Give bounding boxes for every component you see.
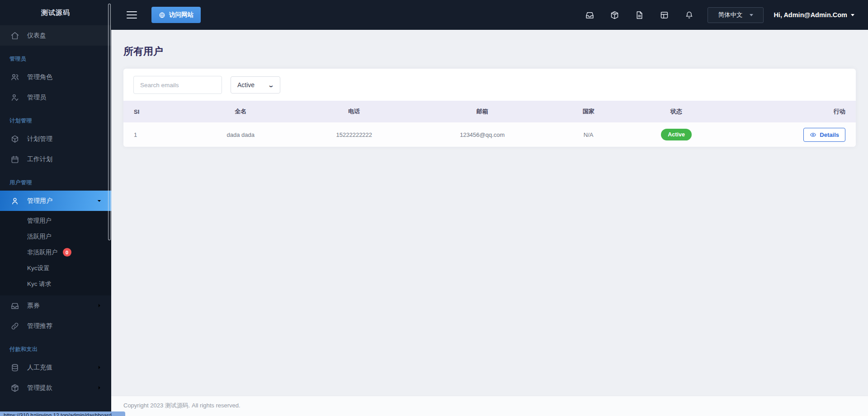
cell-phone: 15222222222	[299, 122, 409, 147]
sidebar-scrollbar-thumb[interactable]	[108, 4, 111, 240]
inbox-icon[interactable]	[585, 10, 594, 20]
details-button-label: Details	[820, 131, 839, 138]
cell-country: N/A	[556, 122, 622, 147]
sidebar-item-dashboard[interactable]: 仪表盘	[0, 25, 111, 46]
top-navbar: 访问网站 简体中文 Hi, Admin@Admin.Com	[111, 0, 868, 30]
submenu-item-kyc-request[interactable]: Kyc 请求	[0, 276, 111, 292]
submenu-item-inactive-users[interactable]: 非活跃用户 0	[0, 244, 111, 260]
visit-site-button[interactable]: 访问网站	[151, 7, 201, 23]
users-icon	[10, 73, 19, 82]
sidebar-item-manage-withdraw[interactable]: 管理提款	[0, 378, 111, 398]
sidebar-item-manage-referral[interactable]: 管理推荐	[0, 316, 111, 336]
sidebar-item-manual-deposit[interactable]: 人工充值	[0, 357, 111, 378]
users-table: SI 全名 电话 邮箱 国家 状态 行动 1 dada dada 1522222…	[123, 101, 856, 147]
details-button[interactable]: Details	[803, 128, 845, 142]
table-row: 1 dada dada 15222222222 123456@qq.com N/…	[123, 122, 856, 147]
sidebar-item-label: 管理员	[27, 93, 46, 102]
header-action: 行动	[731, 101, 856, 122]
cell-si: 1	[123, 122, 182, 147]
main-content: 所有用户 Active ⌄ SI 全名 电话 邮箱 国家 状态	[111, 30, 868, 396]
sidebar-scrollbar[interactable]	[108, 0, 111, 416]
sidebar-toggle-button[interactable]	[127, 9, 137, 21]
caret-down-icon	[851, 14, 854, 16]
cell-name: dada dada	[182, 122, 299, 147]
header-country: 国家	[556, 101, 622, 122]
calendar-icon	[10, 155, 19, 164]
file-text-icon[interactable]	[635, 10, 644, 20]
sidebar-item-label: 管理推荐	[27, 322, 52, 330]
submenu-item-label: 非活跃用户	[27, 248, 58, 257]
sidebar-item-plan-manage[interactable]: 计划管理	[0, 129, 111, 149]
link-icon	[10, 322, 19, 331]
chevron-right-icon	[96, 385, 102, 391]
sidebar-section-payment: 付款和支出	[0, 336, 111, 357]
status-badge: Active	[661, 129, 692, 140]
cell-email: 123456@qq.com	[409, 122, 556, 147]
sidebar-section-users: 用户管理	[0, 169, 111, 191]
package-icon[interactable]	[610, 10, 619, 20]
visit-site-label: 访问网站	[169, 11, 193, 19]
brand-title: 测试源码	[0, 0, 111, 25]
search-input[interactable]	[133, 76, 222, 94]
language-select[interactable]: 简体中文	[708, 7, 764, 23]
chevron-down-icon: ⌄	[268, 82, 274, 89]
bell-icon[interactable]	[684, 10, 694, 20]
chevron-right-icon	[96, 303, 102, 308]
submenu-item-label: Kyc设置	[27, 264, 50, 272]
header-email: 邮箱	[409, 101, 556, 122]
sidebar-section-admin: 管理员	[0, 46, 111, 67]
cell-status: Active	[622, 122, 731, 147]
header-si: SI	[123, 101, 182, 122]
submenu-item-active-users[interactable]: 活跃用户	[0, 229, 111, 244]
page-title: 所有用户	[123, 45, 856, 58]
cell-action: Details	[731, 122, 856, 147]
sidebar-item-admins[interactable]: 管理员	[0, 87, 111, 108]
chevron-down-icon	[96, 198, 102, 204]
user-menu[interactable]: Hi, Admin@Admin.Com	[774, 11, 854, 19]
sidebar-section-plan: 计划管理	[0, 108, 111, 129]
sidebar-item-label: 票券	[27, 302, 40, 310]
sidebar-item-manage-roles[interactable]: 管理角色	[0, 67, 111, 87]
submenu-item-kyc-setting[interactable]: Kyc设置	[0, 260, 111, 276]
sidebar: 测试源码 仪表盘 管理员 管理角色 管理员 计划管理 计划管理 工作计划 用户管…	[0, 0, 111, 416]
sidebar-item-label: 计划管理	[27, 135, 52, 143]
header-phone: 电话	[299, 101, 409, 122]
sidebar-item-label: 人工充值	[27, 364, 52, 372]
table-layout-icon[interactable]	[660, 10, 669, 20]
status-filter-value: Active	[237, 81, 255, 89]
submenu-item-label: 活跃用户	[27, 233, 52, 241]
inactive-users-count-badge: 0	[63, 248, 71, 257]
sidebar-item-label: 仪表盘	[27, 32, 46, 40]
cube-icon	[10, 135, 19, 144]
sidebar-item-label: 管理角色	[27, 73, 52, 81]
caret-down-icon	[750, 14, 753, 16]
submenu-item-manage-users[interactable]: 管理用户	[0, 213, 111, 229]
filter-row: Active ⌄	[123, 69, 856, 101]
inbox-icon	[10, 301, 19, 310]
sidebar-item-work-plan[interactable]: 工作计划	[0, 149, 111, 169]
eye-icon	[810, 131, 816, 138]
browser-status-url: https://310.bzjinying.12.top/admin/dashb…	[0, 411, 125, 416]
user-menu-label: Hi, Admin@Admin.Com	[774, 11, 847, 19]
manage-users-submenu: 管理用户 活跃用户 非活跃用户 0 Kyc设置 Kyc 请求	[0, 211, 111, 295]
header-status: 状态	[622, 101, 731, 122]
user-check-icon	[10, 93, 19, 102]
footer: Copyright 2023 测试源码. All rights reserved…	[111, 396, 868, 416]
status-filter-select[interactable]: Active ⌄	[231, 76, 280, 93]
sidebar-item-tickets[interactable]: 票券	[0, 295, 111, 316]
sidebar-item-label: 工作计划	[27, 155, 52, 164]
chevron-right-icon	[96, 365, 102, 370]
sidebar-item-manage-users[interactable]: 管理用户	[0, 191, 111, 211]
main-column: 访问网站 简体中文 Hi, Admin@Admin.Com 所有用户	[111, 0, 868, 416]
globe-icon	[159, 12, 165, 19]
package-icon	[10, 383, 19, 393]
sidebar-item-label: 管理用户	[27, 197, 52, 205]
submenu-item-label: 管理用户	[27, 217, 52, 225]
language-select-value: 简体中文	[718, 11, 742, 19]
submenu-item-label: Kyc 请求	[27, 280, 51, 288]
users-card: Active ⌄ SI 全名 电话 邮箱 国家 状态 行动	[123, 69, 856, 147]
home-icon	[10, 31, 19, 40]
user-icon	[10, 196, 19, 206]
table-header-row: SI 全名 电话 邮箱 国家 状态 行动	[123, 101, 856, 122]
copyright-text: Copyright 2023 测试源码. All rights reserved…	[123, 402, 241, 409]
